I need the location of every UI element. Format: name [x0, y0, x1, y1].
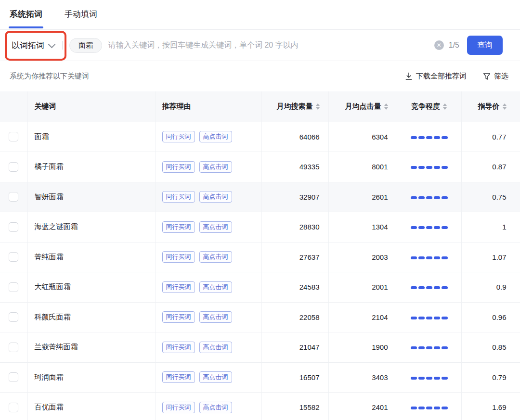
row-checkbox-cell: [0, 122, 27, 152]
monthly-clicks-cell: 8001: [328, 152, 397, 182]
chevron-down-icon: [48, 40, 56, 48]
reason-tag: 同行买词: [162, 371, 195, 383]
reason-cell: 同行买词高点击词: [155, 302, 261, 332]
monthly-search-cell: 21047: [261, 332, 328, 363]
row-checkbox[interactable]: [9, 192, 18, 202]
keyword-cell: 面霜: [27, 122, 155, 152]
monthly-search-cell: 27637: [261, 242, 328, 272]
reason-cell: 同行买词高点击词: [155, 362, 261, 393]
monthly-search-cell: 24583: [261, 272, 328, 303]
filter-label: 筛选: [494, 72, 508, 81]
row-checkbox-cell: [0, 182, 27, 212]
sort-guide-price[interactable]: 指导价: [478, 102, 507, 111]
row-checkbox[interactable]: [9, 372, 18, 382]
row-checkbox[interactable]: [9, 162, 18, 172]
guide-price-cell: 0.9: [461, 272, 520, 303]
monthly-clicks-cell: 3403: [328, 362, 397, 393]
sort-icon: [316, 103, 320, 110]
sort-monthly-search[interactable]: 月均搜索量: [277, 102, 320, 111]
row-checkbox[interactable]: [9, 252, 18, 262]
row-checkbox[interactable]: [9, 222, 18, 232]
competition-cell: [397, 272, 461, 303]
table-row: 橘子面霜同行买词高点击词4933580010.87: [0, 152, 520, 182]
reason-tag: 高点击词: [199, 311, 232, 323]
reason-cell: 同行买词高点击词: [155, 332, 261, 363]
competition-cell: [397, 122, 461, 152]
sort-monthly-clicks[interactable]: 月均点击量: [345, 102, 388, 111]
competition-cell: [397, 242, 461, 272]
competition-indicator: [411, 346, 448, 349]
keyword-input[interactable]: [108, 41, 434, 50]
header-monthly-search: 月均搜索量: [261, 91, 328, 122]
keyword-cell: 科颜氏面霜: [27, 302, 155, 332]
tab-manual-fill[interactable]: 手动填词: [65, 0, 97, 30]
reason-cell: 同行买词高点击词: [155, 212, 261, 242]
monthly-search-cell: 16507: [261, 362, 328, 393]
row-checkbox-cell: [0, 212, 27, 242]
tab-system-expand[interactable]: 系统拓词: [10, 0, 42, 30]
recommend-hint: 系统为你推荐以下关键词: [10, 72, 89, 81]
monthly-clicks-cell: 2003: [328, 242, 397, 272]
keyword-expansion-page: 系统拓词 手动填词 以词拓词 面霜 ✕ 1/5 查询 系统为你推荐以下关键词 下…: [0, 0, 520, 420]
row-checkbox-cell: [0, 242, 27, 272]
competition-cell: [397, 182, 461, 212]
header-reason: 推荐理由: [155, 91, 261, 122]
reason-cell: 同行买词高点击词: [155, 393, 261, 420]
reason-cell: 同行买词高点击词: [155, 182, 261, 212]
sort-icon: [503, 103, 507, 110]
expand-mode-dropdown[interactable]: 以词拓词: [12, 40, 54, 51]
header-keyword: 关键词: [27, 91, 155, 122]
guide-price-cell: 0.96: [461, 302, 520, 332]
competition-indicator: [411, 256, 448, 259]
row-checkbox[interactable]: [9, 132, 18, 141]
keyword-cell: 珂润面霜: [27, 362, 155, 393]
row-checkbox[interactable]: [9, 282, 18, 292]
monthly-search-cell: 64066: [261, 122, 328, 152]
row-checkbox-cell: [0, 152, 27, 182]
row-checkbox[interactable]: [9, 312, 18, 322]
table-row: 科颜氏面霜同行买词高点击词2205821040.96: [0, 302, 520, 332]
row-checkbox-cell: [0, 362, 27, 393]
guide-price-cell: 1.69: [461, 393, 520, 420]
monthly-clicks-cell: 6304: [328, 122, 397, 152]
competition-indicator: [411, 317, 448, 319]
guide-price-cell: 1.07: [461, 242, 520, 272]
reason-tag: 高点击词: [199, 402, 232, 413]
reason-tag: 同行买词: [162, 191, 195, 203]
table-row: 海蓝之谜面霜同行买词高点击词2883013041: [0, 212, 520, 242]
tab-bar: 系统拓词 手动填词: [0, 0, 520, 30]
monthly-search-cell: 22058: [261, 302, 328, 332]
download-all-label: 下载全部推荐词: [416, 72, 467, 81]
competition-cell: [397, 152, 461, 182]
download-all-button[interactable]: 下载全部推荐词: [405, 72, 467, 81]
reason-tag: 同行买词: [162, 342, 195, 353]
header-guide-price: 指导价: [461, 91, 520, 122]
guide-price-cell: 0.77: [461, 122, 520, 152]
reason-tag: 同行买词: [162, 221, 195, 233]
monthly-clicks-cell: 2601: [328, 182, 397, 212]
sort-competition[interactable]: 竞争程度: [411, 102, 447, 111]
filter-funnel-icon: [483, 73, 491, 80]
expand-mode-value: 以词拓词: [12, 40, 44, 51]
filter-button[interactable]: 筛选: [483, 72, 508, 81]
table-row: 菁纯面霜同行买词高点击词2763720031.07: [0, 242, 520, 272]
keyword-tag-pill[interactable]: 面霜: [69, 38, 102, 53]
keyword-cell: 菁纯面霜: [27, 242, 155, 272]
clear-icon[interactable]: ✕: [434, 40, 444, 50]
row-checkbox[interactable]: [9, 403, 18, 412]
download-icon: [405, 72, 413, 80]
monthly-clicks-cell: 1304: [328, 212, 397, 242]
reason-tag: 高点击词: [199, 251, 232, 263]
search-toolbar: 以词拓词 面霜 ✕ 1/5 查询: [0, 30, 520, 61]
table-body: 面霜同行买词高点击词6406663040.77橘子面霜同行买词高点击词49335…: [0, 122, 520, 420]
competition-indicator: [411, 407, 448, 409]
reason-tag: 同行买词: [162, 311, 195, 323]
keyword-cell: 海蓝之谜面霜: [27, 212, 155, 242]
keyword-cell: 百优面霜: [27, 393, 155, 420]
reason-cell: 同行买词高点击词: [155, 152, 261, 182]
reason-tag: 高点击词: [199, 191, 232, 203]
row-checkbox[interactable]: [9, 343, 18, 352]
recommend-bar: 系统为你推荐以下关键词 下载全部推荐词 筛选: [0, 61, 520, 91]
search-button[interactable]: 查询: [467, 36, 503, 55]
header-checkbox-cell: [0, 91, 27, 122]
